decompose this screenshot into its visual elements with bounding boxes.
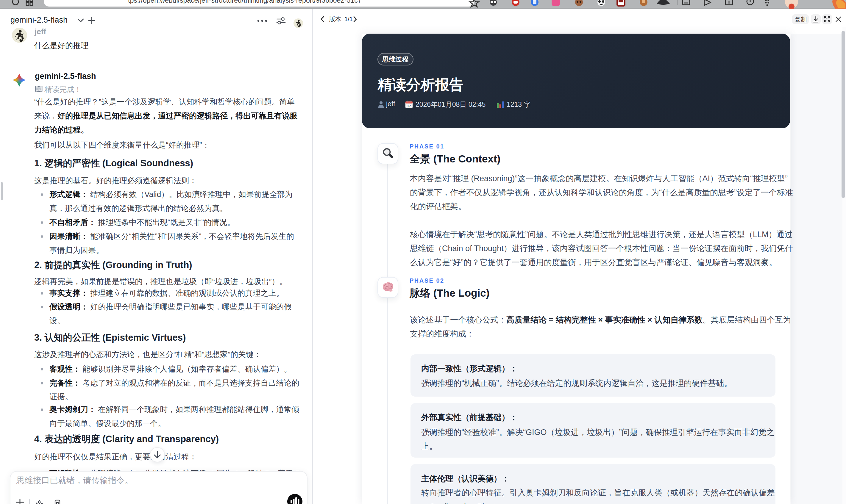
- svg-text:17: 17: [407, 104, 411, 108]
- svg-text:tps://open.webui/space/jeff-st: tps://open.webui/space/jeff-structured/t…: [128, 0, 362, 4]
